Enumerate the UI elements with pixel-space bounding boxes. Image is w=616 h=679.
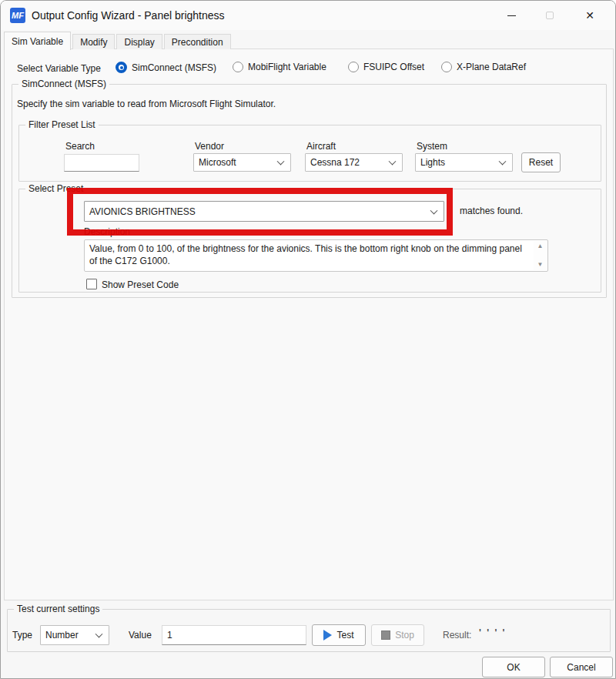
radio-xplane-icon: [441, 62, 452, 72]
test-settings-groupbox: Test current settings Type Number Value …: [7, 609, 611, 652]
output-config-wizard-dialog: MF Output Config Wizard - Panel brightne…: [0, 0, 616, 679]
system-combo-value: Lights: [420, 157, 445, 168]
filter-preset-group-label: Filter Preset List: [25, 119, 99, 130]
radio-fsuipc-icon: [348, 62, 359, 72]
aircraft-label: Aircraft: [306, 141, 336, 152]
scroll-up-icon[interactable]: ▲: [537, 243, 544, 249]
type-label: Type: [12, 630, 32, 641]
preset-description-text: Value, from 0 to 100, of the brightness …: [89, 243, 522, 266]
radio-simconnect[interactable]: SimConnect (MSFS): [116, 62, 216, 73]
chevron-down-icon: [389, 158, 397, 166]
radio-simconnect-icon: [116, 62, 127, 73]
test-settings-group-label: Test current settings: [14, 604, 102, 614]
type-combo-value: Number: [45, 630, 79, 641]
test-button-label: Test: [336, 630, 353, 641]
radio-xplane-label: X-Plane DataRef: [457, 62, 526, 72]
ok-button[interactable]: OK: [482, 657, 545, 677]
chevron-down-icon: [95, 630, 103, 638]
value-label: Value: [129, 630, 152, 641]
test-button[interactable]: Test: [312, 624, 366, 646]
reset-button[interactable]: Reset: [521, 152, 561, 172]
scroll-down-icon[interactable]: ▼: [537, 262, 544, 268]
aircraft-combo-value: Cessna 172: [310, 157, 360, 168]
radio-xplane-dataref[interactable]: X-Plane DataRef: [441, 62, 526, 72]
aircraft-combo[interactable]: Cessna 172: [305, 153, 403, 172]
matches-found-text: matches found.: [460, 206, 523, 216]
cancel-button-label: Cancel: [567, 662, 595, 673]
stop-icon: [381, 630, 390, 640]
radio-simconnect-label: SimConnect (MSFS): [132, 62, 216, 73]
tab-sim-variable[interactable]: Sim Variable: [4, 32, 71, 50]
simconnect-description: Specify the sim variable to read from Mi…: [17, 99, 276, 109]
simconnect-group-label: SimConnect (MSFS): [18, 79, 109, 89]
window-title: Output Config Wizard - Panel brightness: [32, 1, 225, 30]
tab-display[interactable]: Display: [116, 34, 162, 49]
select-variable-type-label: Select Variable Type: [17, 63, 101, 74]
description-scrollbar[interactable]: ▲ ▼: [534, 241, 547, 270]
system-label: System: [417, 141, 447, 152]
vendor-combo-value: Microsoft: [199, 157, 236, 168]
preset-description-box[interactable]: Value, from 0 to 100, of the brightness …: [84, 239, 548, 272]
maximize-button: [532, 1, 567, 30]
app-icon: MF: [10, 8, 25, 23]
tab-page-sim-variable: Select Variable Type SimConnect (MSFS) M…: [4, 48, 614, 600]
app-icon-text: MF: [12, 11, 24, 20]
simconnect-groupbox: SimConnect (MSFS) Specify the sim variab…: [12, 84, 607, 298]
vendor-combo[interactable]: Microsoft: [193, 153, 291, 172]
select-preset-groupbox: Select Preset AVIONICS BRIGHTNESS matche…: [18, 189, 601, 293]
search-label: Search: [65, 141, 95, 152]
show-preset-code-checkbox[interactable]: [86, 279, 97, 289]
result-label: Result:: [443, 630, 471, 641]
stop-button: Stop: [371, 624, 424, 646]
chevron-down-icon: [277, 158, 285, 166]
chevron-down-icon: [430, 206, 438, 214]
close-button[interactable]: ✕: [572, 1, 608, 30]
cancel-button[interactable]: Cancel: [550, 657, 613, 677]
radio-mobiflight-variable[interactable]: MobiFlight Variable: [233, 62, 326, 72]
play-icon: [323, 630, 332, 641]
title-bar: MF Output Config Wizard - Panel brightne…: [1, 1, 615, 30]
radio-mobiflight-icon: [233, 62, 243, 72]
value-input-value: 1: [167, 630, 172, 641]
vendor-label: Vendor: [195, 141, 224, 152]
tab-modify[interactable]: Modify: [72, 34, 115, 49]
stop-button-label: Stop: [395, 630, 414, 641]
maximize-icon: [546, 12, 554, 19]
tab-strip: Sim Variable Modify Display Precondition: [4, 32, 233, 49]
select-preset-group-label: Select Preset: [25, 183, 86, 194]
radio-fsuipc-offset[interactable]: FSUIPC Offset: [348, 62, 424, 72]
chevron-down-icon: [499, 158, 507, 166]
reset-button-label: Reset: [529, 157, 553, 168]
radio-mobiflight-label: MobiFlight Variable: [248, 62, 326, 72]
type-combo[interactable]: Number: [40, 625, 109, 645]
system-combo[interactable]: Lights: [415, 153, 513, 172]
radio-fsuipc-label: FSUIPC Offset: [363, 62, 424, 72]
search-input[interactable]: [64, 154, 139, 172]
value-input[interactable]: 1: [162, 625, 306, 645]
description-label: Description: [84, 226, 130, 237]
ok-button-label: OK: [507, 662, 520, 673]
minimize-icon: [507, 15, 516, 16]
close-icon: ✕: [585, 9, 594, 22]
filter-preset-groupbox: Filter Preset List Search Vendor Microso…: [18, 125, 601, 182]
show-preset-code-label: Show Preset Code: [102, 279, 179, 290]
preset-combo[interactable]: AVIONICS BRIGHTNESS: [84, 201, 444, 222]
preset-combo-value: AVIONICS BRIGHTNESS: [89, 206, 196, 217]
minimize-button[interactable]: [494, 1, 529, 30]
result-value: ' ' ' ': [479, 627, 506, 638]
tab-precondition[interactable]: Precondition: [164, 34, 231, 49]
